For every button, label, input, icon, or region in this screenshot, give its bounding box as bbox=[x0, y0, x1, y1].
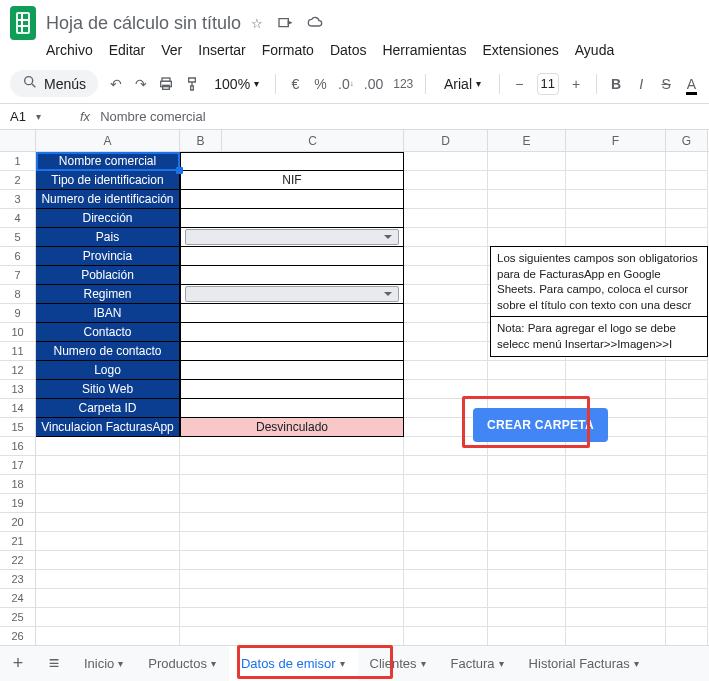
formula-bar[interactable]: Nombre comercial bbox=[98, 109, 709, 124]
cell[interactable] bbox=[180, 209, 404, 228]
row-header[interactable]: 2 bbox=[0, 171, 36, 190]
cell[interactable] bbox=[36, 513, 180, 532]
cell[interactable] bbox=[566, 361, 666, 380]
cell[interactable] bbox=[666, 399, 708, 418]
cell[interactable] bbox=[666, 570, 708, 589]
cell[interactable] bbox=[666, 551, 708, 570]
cell[interactable] bbox=[180, 361, 404, 380]
cell[interactable]: Provincia bbox=[36, 247, 180, 266]
cell[interactable] bbox=[566, 209, 666, 228]
col-header[interactable]: D bbox=[404, 130, 488, 151]
row-header[interactable]: 6 bbox=[0, 247, 36, 266]
cell[interactable] bbox=[404, 589, 488, 608]
cell[interactable] bbox=[488, 570, 566, 589]
cell[interactable] bbox=[566, 627, 666, 646]
all-sheets-button[interactable]: ≡ bbox=[36, 653, 72, 674]
tab-factura[interactable]: Factura▾ bbox=[439, 646, 517, 681]
cell[interactable] bbox=[180, 190, 404, 209]
print-button[interactable] bbox=[158, 74, 174, 94]
cell[interactable] bbox=[404, 380, 488, 399]
cell[interactable] bbox=[404, 190, 488, 209]
cell[interactable] bbox=[566, 608, 666, 627]
cell[interactable] bbox=[404, 608, 488, 627]
text-color-button[interactable]: A bbox=[684, 74, 699, 94]
cell[interactable] bbox=[488, 532, 566, 551]
cell[interactable] bbox=[404, 228, 488, 247]
italic-button[interactable]: I bbox=[634, 74, 649, 94]
cell[interactable] bbox=[666, 209, 708, 228]
cell[interactable] bbox=[666, 627, 708, 646]
cell[interactable] bbox=[180, 513, 404, 532]
cell[interactable] bbox=[488, 380, 566, 399]
cell[interactable]: Desvinculado bbox=[180, 418, 404, 437]
move-icon[interactable] bbox=[277, 14, 293, 33]
cell[interactable] bbox=[36, 532, 180, 551]
cell[interactable] bbox=[404, 627, 488, 646]
name-box[interactable]: A1▾ bbox=[0, 109, 72, 124]
row-header[interactable]: 23 bbox=[0, 570, 36, 589]
select-all-corner[interactable] bbox=[0, 130, 36, 151]
cell[interactable] bbox=[488, 513, 566, 532]
cell[interactable] bbox=[180, 304, 404, 323]
cell[interactable] bbox=[566, 456, 666, 475]
currency-button[interactable]: € bbox=[288, 74, 303, 94]
col-header[interactable]: C bbox=[222, 130, 404, 151]
row-header[interactable]: 5 bbox=[0, 228, 36, 247]
menu-archivo[interactable]: Archivo bbox=[46, 42, 93, 58]
cell[interactable]: IBAN bbox=[36, 304, 180, 323]
cell[interactable] bbox=[36, 608, 180, 627]
row-header[interactable]: 14 bbox=[0, 399, 36, 418]
cell[interactable] bbox=[404, 266, 488, 285]
cell[interactable] bbox=[404, 209, 488, 228]
cell[interactable] bbox=[488, 152, 566, 171]
tab-datos-emisor[interactable]: Datos de emisor▾ bbox=[229, 646, 358, 681]
cell[interactable] bbox=[666, 437, 708, 456]
row-header[interactable]: 18 bbox=[0, 475, 36, 494]
paint-format-button[interactable] bbox=[184, 74, 200, 94]
row-header[interactable]: 17 bbox=[0, 456, 36, 475]
cell[interactable]: Carpeta ID bbox=[36, 399, 180, 418]
cell[interactable] bbox=[666, 361, 708, 380]
cell[interactable] bbox=[666, 228, 708, 247]
row-header[interactable]: 10 bbox=[0, 323, 36, 342]
cell[interactable] bbox=[666, 171, 708, 190]
cell[interactable] bbox=[36, 437, 180, 456]
format-123-button[interactable]: 123 bbox=[393, 74, 413, 94]
cell[interactable] bbox=[566, 551, 666, 570]
row-header[interactable]: 7 bbox=[0, 266, 36, 285]
cell[interactable] bbox=[488, 475, 566, 494]
cell[interactable] bbox=[566, 570, 666, 589]
cell[interactable] bbox=[180, 627, 404, 646]
cell[interactable] bbox=[404, 171, 488, 190]
cell[interactable] bbox=[180, 589, 404, 608]
cell[interactable] bbox=[180, 323, 404, 342]
cell[interactable] bbox=[404, 285, 488, 304]
cell[interactable]: Dirección bbox=[36, 209, 180, 228]
cell[interactable] bbox=[566, 152, 666, 171]
tab-inicio[interactable]: Inicio▾ bbox=[72, 646, 136, 681]
cell[interactable] bbox=[566, 171, 666, 190]
cell[interactable] bbox=[180, 551, 404, 570]
fill-handle[interactable] bbox=[176, 167, 183, 174]
tab-productos[interactable]: Productos▾ bbox=[136, 646, 229, 681]
col-header[interactable]: F bbox=[566, 130, 666, 151]
row-header[interactable]: 4 bbox=[0, 209, 36, 228]
add-sheet-button[interactable]: + bbox=[0, 653, 36, 674]
cell[interactable] bbox=[180, 475, 404, 494]
cell[interactable] bbox=[180, 247, 404, 266]
cell[interactable]: Pais bbox=[36, 228, 180, 247]
cell[interactable] bbox=[36, 551, 180, 570]
row-header[interactable]: 9 bbox=[0, 304, 36, 323]
menubar[interactable]: Archivo Editar Ver Insertar Formato Dato… bbox=[0, 40, 709, 64]
col-header[interactable]: E bbox=[488, 130, 566, 151]
cell[interactable]: Tipo de identificacion bbox=[36, 171, 180, 190]
cell[interactable] bbox=[488, 171, 566, 190]
cell[interactable] bbox=[488, 589, 566, 608]
cell[interactable]: Contacto bbox=[36, 323, 180, 342]
bold-button[interactable]: B bbox=[608, 74, 623, 94]
cell[interactable] bbox=[488, 608, 566, 627]
row-header[interactable]: 25 bbox=[0, 608, 36, 627]
cell[interactable] bbox=[488, 494, 566, 513]
cell[interactable] bbox=[566, 475, 666, 494]
cell[interactable] bbox=[666, 589, 708, 608]
